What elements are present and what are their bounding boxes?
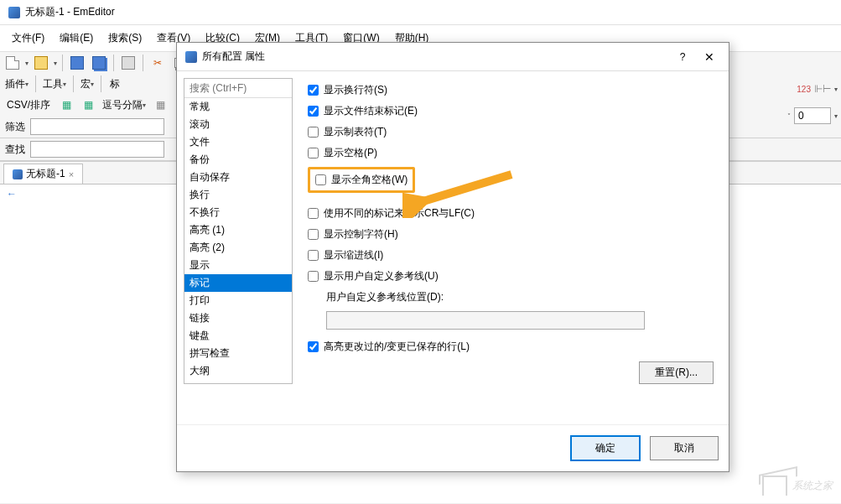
plugins-dropdown[interactable]: 插件 ▾ (3, 77, 30, 91)
cut-button[interactable]: ✂ (148, 54, 167, 72)
menu-file[interactable]: 文件(F) (5, 29, 51, 48)
option-diff-crlf[interactable]: 使用不同的标记来显示CR与LF(C) (308, 206, 714, 221)
chevron-down-icon: ▾ (143, 101, 146, 109)
ruler-scale-icon[interactable]: ⊩⊢ (814, 83, 831, 95)
table-icon: ▦ (84, 99, 93, 111)
search-label: 查找 (5, 143, 25, 157)
csv-btn-3[interactable]: ▦ (151, 96, 169, 114)
category-item[interactable]: 自动保存 (184, 169, 292, 186)
option-show-newline[interactable]: 显示换行符(S) (308, 83, 714, 97)
category-item[interactable]: 标记 (184, 274, 292, 292)
right-toolbar-fragment-2: ˅ 0 ▾ (787, 107, 838, 124)
dialog-help-button[interactable]: ? (672, 51, 693, 63)
checkbox-show-newline[interactable] (308, 85, 319, 96)
tools-label: 工具 (43, 77, 63, 91)
dialog-title: 所有配置 属性 (202, 49, 265, 64)
document-tab[interactable]: 无标题-1 × (3, 164, 83, 184)
document-icon (13, 169, 23, 179)
watermark: 系统之家 (762, 475, 833, 496)
category-item[interactable]: 高亮 (1) (184, 221, 292, 239)
ok-button[interactable]: 确定 (570, 435, 641, 461)
printer-icon (122, 56, 135, 70)
option-label: 显示文件结束标记(E) (324, 104, 418, 118)
dropdown-arrow-icon[interactable]: ▾ (54, 60, 57, 67)
category-item[interactable]: 链接 (184, 309, 292, 327)
category-item[interactable]: 键盘 (184, 327, 292, 345)
category-item[interactable]: 大纲 (184, 362, 292, 380)
checkbox-highlight-changed[interactable] (308, 341, 319, 352)
search-input[interactable] (30, 141, 164, 158)
checkbox-show-tab[interactable] (308, 127, 319, 138)
menu-search[interactable]: 搜索(S) (101, 29, 148, 48)
checkbox-show-fullwidth-space[interactable] (315, 174, 326, 185)
category-item[interactable]: 拼写检查 (184, 345, 292, 362)
option-label: 显示用户自定义参考线(U) (324, 269, 439, 283)
option-highlight-changed[interactable]: 高亮更改过的/变更已保存的行(L) (308, 340, 714, 354)
save-button[interactable] (68, 54, 86, 72)
category-list[interactable]: 常规滚动文件备份自动保存换行不换行高亮 (1)高亮 (2)显示标记打印链接键盘拼… (184, 98, 292, 383)
comma-split-dropdown[interactable]: 逗号分隔 ▾ (101, 98, 148, 112)
close-tab-button[interactable]: × (69, 169, 74, 179)
category-item[interactable]: 文件 (184, 133, 292, 151)
macro-dropdown[interactable]: 宏 ▾ (79, 77, 96, 91)
option-show-user-guide[interactable]: 显示用户自定义参考线(U) (308, 269, 714, 283)
csv-btn-2[interactable]: ▦ (79, 96, 97, 114)
checkbox-show-ctrl[interactable] (308, 229, 319, 240)
macro-label: 宏 (80, 77, 91, 91)
category-item[interactable]: 换行 (184, 186, 292, 204)
cancel-button[interactable]: 取消 (650, 436, 719, 460)
filter-input[interactable] (30, 118, 164, 135)
comma-split-label: 逗号分隔 (102, 98, 143, 112)
option-show-tab[interactable]: 显示制表符(T) (308, 125, 714, 139)
checkbox-show-space[interactable] (308, 148, 319, 158)
print-button[interactable] (119, 54, 138, 72)
dialog-footer: 确定 取消 (177, 424, 729, 471)
option-show-ctrl[interactable]: 显示控制字符(H) (308, 227, 714, 242)
dialog-main-panel: 显示换行符(S) 显示文件结束标记(E) 显示制表符(T) 显示空格(P) 显示… (299, 78, 722, 384)
category-item[interactable]: 常规 (184, 98, 292, 116)
option-label: 显示全角空格(W) (331, 173, 408, 187)
checkbox-show-eof[interactable] (308, 106, 319, 117)
new-file-button[interactable] (3, 54, 22, 72)
save-all-button[interactable] (90, 54, 108, 72)
category-item[interactable]: 备份 (184, 151, 292, 169)
user-guide-pos-input[interactable] (326, 311, 645, 330)
category-item[interactable]: 不换行 (184, 204, 292, 221)
chevron-down-icon[interactable]: ▾ (834, 86, 838, 93)
category-item[interactable]: 显示 (184, 257, 292, 274)
dropdown-arrow-icon[interactable]: ▾ (25, 60, 29, 67)
category-item[interactable]: 滚动 (184, 116, 292, 133)
checkbox-show-user-guide[interactable] (308, 271, 319, 282)
category-item[interactable]: 高亮 (2) (184, 239, 292, 257)
column-number-value: 0 (798, 110, 804, 122)
option-label: 使用不同的标记来显示CR与LF(C) (324, 206, 475, 221)
tools-dropdown[interactable]: 工具 ▾ (41, 77, 68, 91)
checkbox-diff-crlf[interactable] (308, 208, 319, 219)
csv-sort-label: CSV/排序 (3, 98, 54, 112)
option-show-space[interactable]: 显示空格(P) (308, 146, 714, 160)
dialog-titlebar: 所有配置 属性 ? ✕ (177, 43, 729, 70)
ruler-icon[interactable]: 123 (797, 85, 811, 94)
option-show-indent[interactable]: 显示缩进线(I) (308, 248, 714, 262)
column-number-box[interactable]: 0 (794, 107, 831, 124)
chevron-down-icon: ▾ (25, 81, 29, 88)
category-item[interactable]: 打印 (184, 292, 292, 309)
separator (62, 55, 63, 71)
option-label: 显示控制字符(H) (324, 227, 398, 242)
dialog-close-button[interactable]: ✕ (698, 50, 720, 64)
filter-label: 筛选 (5, 120, 25, 134)
option-show-eof[interactable]: 显示文件结束标记(E) (308, 104, 714, 118)
chevron-down-icon[interactable]: ˅ (787, 112, 791, 120)
scissors-icon: ✂ (153, 57, 162, 69)
chevron-down-icon[interactable]: ▾ (834, 112, 838, 120)
separator (73, 75, 74, 92)
option-show-fullwidth-space[interactable]: 显示全角空格(W) (308, 167, 415, 193)
eof-marker: ← (7, 188, 17, 200)
csv-btn-1[interactable]: ▦ (57, 96, 75, 114)
checkbox-show-indent[interactable] (308, 250, 319, 261)
reset-button[interactable]: 重置(R)... (639, 361, 714, 384)
open-file-button[interactable] (32, 54, 50, 72)
plugins-label: 插件 (5, 77, 25, 91)
dialog-search-input[interactable] (184, 79, 292, 98)
menu-edit[interactable]: 编辑(E) (53, 29, 100, 48)
